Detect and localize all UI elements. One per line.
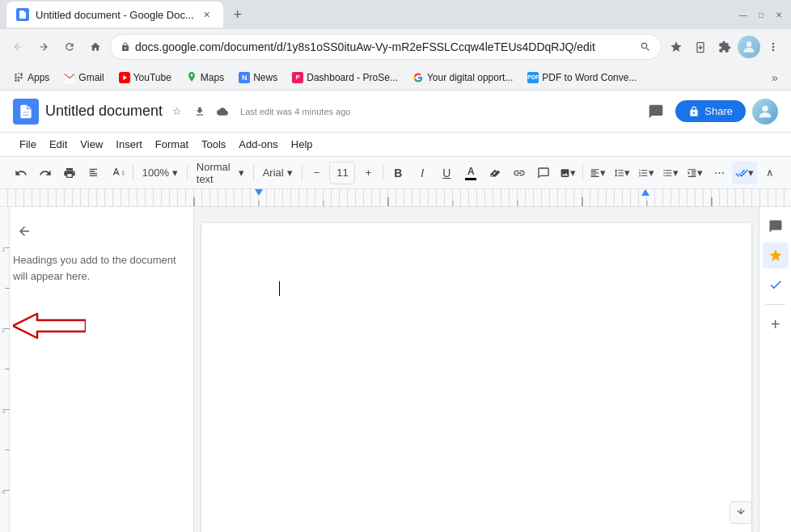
arrow-svg [13,310,86,342]
more-bookmarks-button[interactable]: » [765,68,785,87]
align-button[interactable]: ▾ [586,162,609,184]
toolbar: 100% ▾ Normal text ▾ Arial ▾ − 11 + B I … [0,157,791,189]
search-icon [640,41,651,53]
bookmark-dashboard[interactable]: P Dashboard - ProSe... [286,70,404,86]
scroll-to-bottom-button[interactable] [730,501,752,524]
font-size-input[interactable]: 11 [329,162,355,184]
share-button[interactable]: Share [675,100,746,122]
close-button[interactable]: ✕ [773,9,785,20]
collapse-toolbar-button[interactable]: ∧ [759,162,781,184]
right-chat-button[interactable] [763,213,789,239]
forward-button[interactable] [32,36,55,58]
tab-close-button[interactable]: ✕ [201,8,214,21]
formatting-options-button[interactable]: ▾ [732,162,757,184]
underline-button[interactable]: U [435,162,458,184]
menu-help[interactable]: Help [285,135,319,154]
link-button[interactable] [508,162,531,184]
extensions-button[interactable] [713,36,736,58]
italic-button[interactable]: I [411,162,434,184]
right-sidebar: + [759,207,791,532]
profile-avatar[interactable] [738,36,760,58]
font-size-plus-button[interactable]: + [357,162,379,184]
style-dropdown[interactable]: Normal text ▾ [191,162,250,184]
doc-title-icons: ☆ [167,102,232,121]
zoom-dropdown[interactable]: 100% ▾ [137,162,184,184]
text-color-button[interactable]: A [459,162,482,184]
image-button[interactable]: ▾ [556,162,579,184]
undo-button[interactable] [10,162,32,184]
menu-insert[interactable]: Insert [109,135,149,154]
spelling-button[interactable] [107,162,129,184]
right-add-button[interactable]: + [763,311,789,337]
zoom-value: 100% [142,167,169,179]
bold-button[interactable]: B [387,162,409,184]
document-page[interactable] [201,223,751,532]
download-icon[interactable] [689,36,712,58]
menu-format[interactable]: Format [149,135,195,154]
share-lock-icon [688,106,700,117]
numbered-list-button[interactable]: ▾ [635,162,658,184]
share-label: Share [704,105,733,117]
cloud-save-button[interactable] [213,102,232,121]
right-check-button[interactable] [763,272,789,298]
print-button[interactable] [58,162,81,184]
menu-view[interactable]: View [74,135,109,154]
navigation-bar: docs.google.com/document/d/1y8s1oSS0ituA… [0,29,791,65]
minimize-button[interactable]: — [738,9,749,20]
doc-title-text[interactable]: Untitled document [45,103,163,120]
toolbar-sep-6 [582,165,583,181]
ruler-tick-2 [5,288,10,289]
ruler-num-4: 4 [2,488,5,496]
header-right: Share [643,99,778,125]
comment-button[interactable] [643,99,669,125]
back-button[interactable] [6,36,29,58]
maps-label: Maps [201,72,224,83]
highlight-button[interactable] [484,162,506,184]
font-dropdown[interactable]: Arial ▾ [257,162,298,184]
main-area: 1 2 3 4 Headings you add to the document… [0,207,791,532]
doc-title-row: Untitled document ☆ Last edit was 4 minu… [45,102,637,121]
redo-button[interactable] [34,162,57,184]
bulleted-list-button[interactable]: ▾ [659,162,682,184]
indent-button[interactable]: ▾ [683,162,706,184]
move-to-drive-button[interactable] [190,102,209,121]
outline-back-button[interactable] [13,220,36,243]
news-label: News [253,72,277,83]
svg-point-4 [762,105,768,111]
bookmark-google-opport[interactable]: Your digital opport... [406,70,519,86]
bookmark-star-button[interactable] [665,36,687,58]
menu-edit[interactable]: Edit [43,135,74,154]
address-bar[interactable]: docs.google.com/document/d/1y8s1oSS0ituA… [110,34,662,60]
bookmark-pdf[interactable]: PDF PDF to Word Conve... [521,70,643,86]
reload-button[interactable] [58,36,81,58]
gmail-label: Gmail [78,72,104,83]
toolbar-sep-5 [383,165,383,181]
user-avatar[interactable] [752,99,778,125]
paint-format-button[interactable] [82,162,105,184]
svg-marker-14 [255,189,263,196]
bookmark-gmail[interactable]: Gmail [57,70,110,86]
bookmark-maps[interactable]: Maps [180,70,231,86]
bookmark-youtube[interactable]: YouTube [112,70,178,86]
bookmark-apps[interactable]: Apps [6,70,56,86]
right-star-button[interactable] [763,243,789,268]
star-button[interactable]: ☆ [167,102,187,121]
menu-dots-button[interactable] [762,36,785,58]
menu-tools[interactable]: Tools [195,135,232,154]
menu-file[interactable]: File [13,135,43,154]
document-area[interactable] [194,207,759,532]
new-tab-button[interactable]: + [226,3,249,26]
menu-bar: File Edit View Insert Format Tools Add-o… [0,133,791,157]
comment-toolbar-button[interactable] [532,162,555,184]
doc-title-area: Untitled document ☆ Last edit was 4 minu… [45,102,637,121]
active-tab[interactable]: Untitled document - Google Doc... ✕ [6,2,223,27]
font-size-minus-button[interactable]: − [305,162,328,184]
menu-addons[interactable]: Add-ons [232,135,284,154]
ruler-tick-7 [5,490,10,491]
maximize-button[interactable]: □ [755,9,767,20]
bookmark-news[interactable]: N News [232,70,284,86]
more-options-button[interactable]: ⋯ [708,162,730,184]
line-spacing-button[interactable]: ▾ [611,162,633,184]
home-button[interactable] [84,36,107,58]
ruler-tick-5 [5,409,10,410]
